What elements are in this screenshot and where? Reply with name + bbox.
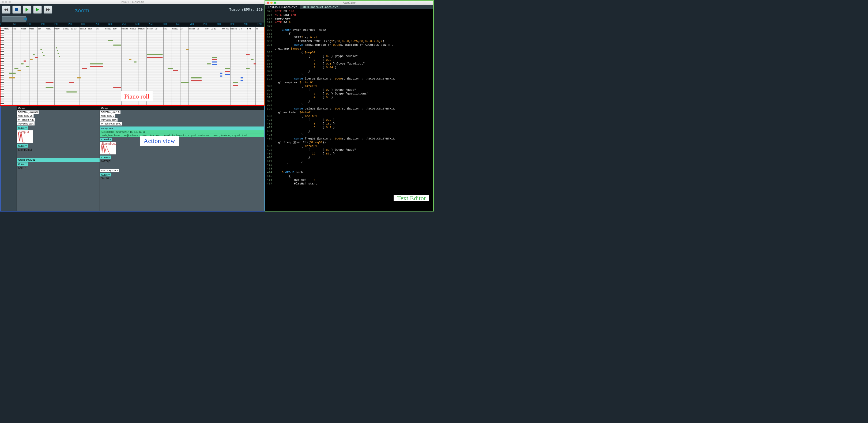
code-line[interactable]: 415 { (265, 174, 433, 178)
midi-note[interactable] (42, 52, 43, 53)
midi-note[interactable] (173, 70, 178, 71)
code-line[interactable]: 411 } (265, 159, 433, 163)
curve-header[interactable]: Curve ▾ (100, 155, 111, 159)
action-param-line[interactable]: SPAT6 xy 0 -1.5 (100, 169, 119, 173)
midi-note[interactable] (147, 57, 162, 58)
midi-note[interactable] (43, 55, 45, 56)
editor-tab[interactable]: JBLO macroDef.asco.txt (300, 5, 341, 9)
code-line[interactable]: 390 } (265, 69, 433, 73)
code-line[interactable]: 376NOTE Bb3 1/8 (265, 13, 433, 17)
curve-thumbnail[interactable]: $kampBow1 (100, 142, 116, 154)
piano-roll-panel[interactable]: mes2es3mes5mes6es7mes8mes90 ctl1012 13me… (0, 27, 265, 106)
action-column-2[interactable]: Group SPAT10 xy 0 -1.3num_ech3 3PlayEch3… (100, 106, 264, 211)
midi-note[interactable] (90, 63, 103, 64)
midi-note[interactable] (45, 87, 53, 88)
code-line[interactable]: 380 GROUP synth @target {mes2} (265, 28, 433, 32)
code-line[interactable]: c g1.amp $ampG1 (265, 47, 433, 51)
midi-note[interactable] (45, 82, 53, 83)
zoom-handle[interactable] (2, 16, 26, 22)
code-line[interactable]: 379 (265, 24, 433, 28)
code-editor[interactable]: Text Editor 375NOTE D3 1/8376NOTE Bb3 1/… (265, 9, 433, 211)
action-param-line[interactable]: lvl_ech2 0.7 30 (17, 118, 35, 122)
code-line[interactable]: 409 19 { 87. } (265, 152, 433, 155)
code-line[interactable]: 410 } (265, 155, 433, 159)
midi-note[interactable] (77, 78, 81, 79)
action-param-line[interactable]: num_ech2 26 (17, 114, 34, 118)
midi-note[interactable] (14, 68, 19, 69)
code-line[interactable]: 384 curve ampG1 @grain := 0.05s, @action… (265, 43, 433, 47)
code-line[interactable]: c g1.freq (@midi2hz($freqG1)) (265, 141, 433, 144)
curve-header[interactable]: Curve ▾ (17, 144, 28, 148)
action-column-1[interactable]: Group SPAT10 xy 0.0 0.5num_ech2 26lvl_ec… (17, 106, 100, 211)
midi-note[interactable] (58, 53, 59, 54)
midi-note[interactable] (246, 68, 250, 69)
close-icon[interactable] (2, 1, 4, 3)
curve-header[interactable]: Curve ▾ (17, 126, 28, 130)
action-group-header[interactable]: Group emulDe1 (17, 158, 100, 162)
midi-note[interactable] (147, 54, 162, 55)
action-param-line[interactable]: lvl_ech3 0.27 1000 (100, 122, 122, 126)
midi-note[interactable] (232, 82, 238, 83)
code-line[interactable]: 383 ::ASCOtoCS_SYNTH_L("g1",50,0.,8,0.25… (265, 39, 433, 43)
code-line[interactable]: 404 } (265, 129, 433, 133)
maximize-icon[interactable] (8, 1, 11, 3)
code-line[interactable]: 386 { { 0. } @type "cubic" (265, 54, 433, 58)
curve-header[interactable]: Curve ▾ (17, 162, 28, 166)
code-line[interactable]: 405 } (265, 133, 433, 137)
midi-note[interactable] (181, 82, 188, 83)
midi-note[interactable] (241, 80, 243, 81)
midi-note[interactable] (191, 80, 202, 81)
close-icon[interactable] (267, 2, 269, 4)
midi-note[interactable] (30, 59, 33, 60)
midi-note[interactable] (251, 59, 253, 60)
code-line[interactable]: 387 2 { 0.2 } (265, 58, 433, 62)
editor-tab[interactable]: TeslaSOLO.asco.txt (265, 5, 300, 9)
action-param-line[interactable]: num_ech3 3 (100, 114, 115, 118)
code-line[interactable]: 399 curve delmG1 @grain := 0.07s, @actio… (265, 107, 433, 111)
midi-note[interactable] (24, 61, 26, 62)
action-call-line[interactable]: ::MdJ_bow("bow1", TAB [$SulPont, 1 "quad… (100, 134, 264, 137)
midi-note[interactable] (212, 57, 217, 58)
forward-button[interactable] (44, 6, 52, 14)
code-line[interactable]: 412 } (265, 163, 433, 167)
code-line[interactable]: 385 { $ampG1 (265, 51, 433, 54)
code-line[interactable]: 389 3 { 0.04 } (265, 66, 433, 69)
code-line[interactable]: 377TEMPO OFF (265, 17, 433, 21)
rewind-button[interactable] (2, 6, 10, 14)
midi-note[interactable] (232, 85, 238, 86)
code-line[interactable]: 388 1 { 0.1 } @type "quad_out" (265, 62, 433, 66)
midi-note[interactable] (241, 78, 243, 79)
code-line[interactable]: 397 } (265, 99, 433, 103)
play-button[interactable] (23, 6, 31, 14)
code-line[interactable]: 394 { { 0. } @type "quad" (265, 88, 433, 92)
code-line[interactable]: 408 { { 88 } @type "quad" (265, 148, 433, 152)
time-ruler[interactable]: 0501001502002503003504004505005506006507… (0, 23, 265, 27)
action-group-header[interactable]: Group Bow1 (100, 127, 264, 131)
midi-note[interactable] (66, 92, 77, 93)
midi-note[interactable] (225, 68, 230, 69)
code-line[interactable]: 406 curve freqG1 @grain := 0.08s, @actio… (265, 137, 433, 141)
midi-note[interactable] (21, 63, 24, 64)
zoom-scrollbar[interactable] (0, 15, 265, 23)
midi-note[interactable] (129, 59, 131, 60)
midi-note[interactable] (108, 40, 113, 41)
midi-note[interactable] (253, 63, 256, 64)
midi-note[interactable] (35, 57, 38, 58)
midi-note[interactable] (56, 48, 57, 49)
midi-note[interactable] (113, 87, 121, 88)
midi-note[interactable] (191, 78, 202, 79)
midi-note[interactable] (33, 54, 35, 55)
curve-header[interactable]: Curve k▾ (100, 138, 112, 141)
midi-note[interactable] (212, 59, 217, 60)
action-call-line[interactable]: ::ASCOtoCS_bow("bow1", 16, 0.0, 82, 6) (100, 130, 264, 134)
midi-note[interactable] (90, 66, 103, 67)
code-line[interactable]: 398 } (265, 103, 433, 107)
midi-note[interactable] (212, 62, 217, 63)
code-line[interactable]: 382 SPAT2 xy 0 -1 (265, 36, 433, 39)
code-line[interactable]: 414 3 GROUP orch (265, 171, 433, 174)
code-line[interactable]: 393 { $iterG1 (265, 84, 433, 88)
code-line[interactable]: 391 } (265, 73, 433, 77)
midi-note[interactable] (168, 68, 173, 69)
action-param-line[interactable]: PlayEch3 start (100, 118, 118, 122)
code-line[interactable]: 378NOTE E6 8 (265, 21, 433, 24)
